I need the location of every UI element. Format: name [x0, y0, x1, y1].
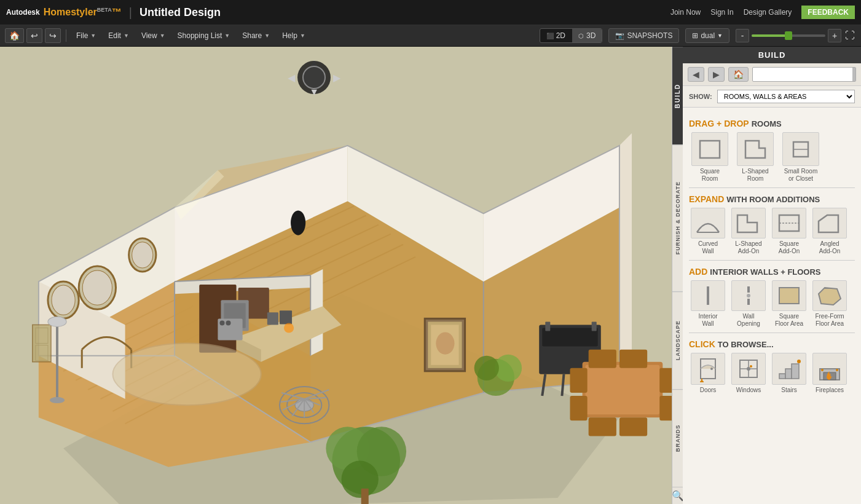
tab-furnish-decorate[interactable]: FURNISH & DECORATE — [672, 144, 683, 291]
doors-item[interactable]: Doors — [689, 353, 727, 394]
interior-wall-label: InteriorWall — [698, 313, 717, 328]
fireplaces-label: Fireplaces — [816, 387, 844, 394]
l-shaped-room-item[interactable]: L-ShapedRoom — [734, 132, 776, 183]
svg-rect-80 — [586, 365, 660, 414]
zoom-out-button[interactable]: - — [736, 29, 749, 42]
mode-2d-button[interactable]: ⬛ 2D — [540, 29, 572, 42]
edit-menu-button[interactable]: Edit▼ — [103, 30, 134, 42]
windows-item[interactable]: Windows — [729, 353, 768, 394]
freeform-floor-label: Free-FormFloor Area — [815, 313, 844, 328]
nav-left-arrow[interactable]: ◀ — [288, 72, 295, 84]
fullscreen-button[interactable]: ⛶ — [844, 29, 856, 42]
help-menu-button[interactable]: Help▼ — [277, 30, 310, 42]
show-select[interactable]: ROOMS, WALLS & AREAS ALL ELEMENTS FLOORS… — [717, 90, 855, 103]
svg-point-54 — [226, 320, 230, 325]
expand-title-orange: EXPAND — [689, 194, 724, 204]
panel-home-button[interactable]: 🏠 — [728, 67, 749, 82]
tab-magnify[interactable]: 🔍 — [672, 487, 683, 504]
freeform-floor-icon-box — [812, 280, 847, 311]
svg-rect-82 — [619, 350, 647, 368]
tab-landscape[interactable]: LANDSCAPE — [672, 291, 683, 389]
redo-button[interactable]: ↪ — [45, 28, 61, 43]
expand-header: EXPAND WITH ROOM ADDITIONS — [689, 194, 855, 204]
panel-back-button[interactable]: ◀ — [688, 67, 704, 82]
drag-drop-title-orange: DRAG + DROP — [689, 119, 749, 128]
svg-rect-71 — [361, 489, 369, 504]
shopping-list-menu-button[interactable]: Shopping List▼ — [173, 30, 235, 42]
svg-point-42 — [132, 242, 153, 268]
wall-opening-item[interactable]: WallOpening — [729, 280, 768, 328]
square-addon-label: SquareAdd-On — [779, 240, 800, 255]
svg-rect-84 — [619, 417, 647, 436]
panel-search-input[interactable] — [753, 68, 852, 81]
angled-addon-icon-box — [812, 208, 847, 238]
drag-drop-rooms-grid: SquareRoom L-ShapedRoom — [689, 132, 855, 183]
svg-point-40 — [52, 285, 75, 315]
nav-right-arrow[interactable]: ▶ — [333, 72, 340, 84]
fireplaces-icon-box — [812, 353, 847, 385]
square-floor-item[interactable]: SquareFloor Area — [770, 280, 808, 328]
tab-build[interactable]: BUILD — [672, 47, 683, 144]
square-floor-icon-box — [772, 280, 806, 311]
curved-wall-item[interactable]: CurvedWall — [689, 208, 727, 255]
svg-point-90 — [48, 317, 66, 326]
share-menu-button[interactable]: Share▼ — [237, 30, 275, 42]
l-shaped-room-label: L-ShapedRoom — [742, 168, 768, 183]
join-now-link[interactable]: Join Now — [670, 8, 701, 17]
file-menu-button[interactable]: File▼ — [71, 30, 101, 42]
interior-title-orange: ADD — [689, 267, 707, 277]
small-room-item[interactable]: Small Roomor Closet — [780, 132, 822, 183]
panel-forward-button[interactable]: ▶ — [708, 67, 725, 82]
side-tabs-container: BUILD FURNISH & DECORATE LANDSCAPE BRAND… — [672, 47, 683, 504]
interior-wall-item[interactable]: InteriorWall — [689, 280, 727, 328]
panel-content: DRAG + DROP ROOMS SquareRoom — [683, 108, 861, 504]
wall-opening-icon-box — [731, 280, 766, 311]
nav-down-arrow[interactable]: ▼ — [309, 87, 319, 98]
square-room-icon-box — [691, 132, 728, 166]
home-button[interactable]: 🏠 — [5, 28, 24, 43]
design-gallery-link[interactable]: Design Gallery — [744, 8, 792, 17]
snapshots-button[interactable]: 📷 SNAPSHOTS — [608, 28, 679, 43]
svg-rect-75 — [592, 321, 597, 331]
logo: Autodesk HomestylerBETA™ — [6, 7, 122, 18]
svg-point-121 — [700, 380, 704, 382]
square-room-item[interactable]: SquareRoom — [689, 132, 731, 183]
canvas-area[interactable]: ▲ ◀ ▶ ▼ — [0, 47, 683, 504]
feedback-button[interactable]: FEEDBACK — [801, 6, 855, 19]
interior-header: ADD INTERIOR WALLS + FLOORS — [689, 267, 855, 277]
undo-button[interactable]: ↩ — [26, 28, 42, 43]
svg-point-51 — [284, 323, 294, 333]
show-label: SHOW: — [689, 93, 712, 100]
panel-search-button[interactable]: 🔍 — [852, 68, 856, 81]
windows-label: Windows — [736, 387, 761, 394]
svg-marker-24 — [619, 133, 632, 380]
svg-rect-73 — [542, 328, 597, 346]
l-shaped-addon-item[interactable]: L-ShapedAdd-On — [729, 208, 768, 255]
l-shaped-addon-label: L-ShapedAdd-On — [735, 240, 761, 255]
interior-wall-icon-box — [691, 280, 725, 311]
view-menu-button[interactable]: View▼ — [136, 30, 170, 42]
freeform-floor-item[interactable]: Free-FormFloor Area — [811, 280, 849, 328]
fireplaces-item[interactable]: Fireplaces — [811, 353, 849, 394]
curved-wall-label: CurvedWall — [698, 240, 718, 255]
svg-rect-81 — [589, 350, 616, 368]
zoom-in-button[interactable]: + — [828, 29, 841, 42]
tab-brands[interactable]: BRANDS — [672, 389, 683, 487]
panel-nav: ◀ ▶ 🏠 🔍 — [683, 63, 861, 86]
browse-title-orange: CLICK — [689, 339, 715, 349]
nav-control[interactable]: ▲ ◀ ▶ ▼ — [286, 56, 342, 99]
svg-point-91 — [50, 397, 65, 403]
stairs-item[interactable]: Stairs — [770, 353, 808, 394]
toolbar-separator — [66, 30, 66, 42]
doors-icon-box — [691, 353, 725, 385]
angled-addon-item[interactable]: AngledAdd-On — [811, 208, 849, 255]
panel-divider-3 — [689, 333, 855, 333]
mode-3d-button[interactable]: ⬡ 3D — [572, 29, 602, 42]
browse-header: CLICK TO BROWSE... — [689, 339, 855, 349]
svg-point-115 — [747, 294, 750, 297]
sign-in-link[interactable]: Sign In — [710, 8, 733, 17]
zoom-slider[interactable] — [752, 34, 825, 37]
square-addon-item[interactable]: SquareAdd-On — [770, 208, 808, 255]
dual-button[interactable]: ⊞ dual ▼ — [685, 28, 729, 43]
stairs-label: Stairs — [781, 387, 797, 394]
